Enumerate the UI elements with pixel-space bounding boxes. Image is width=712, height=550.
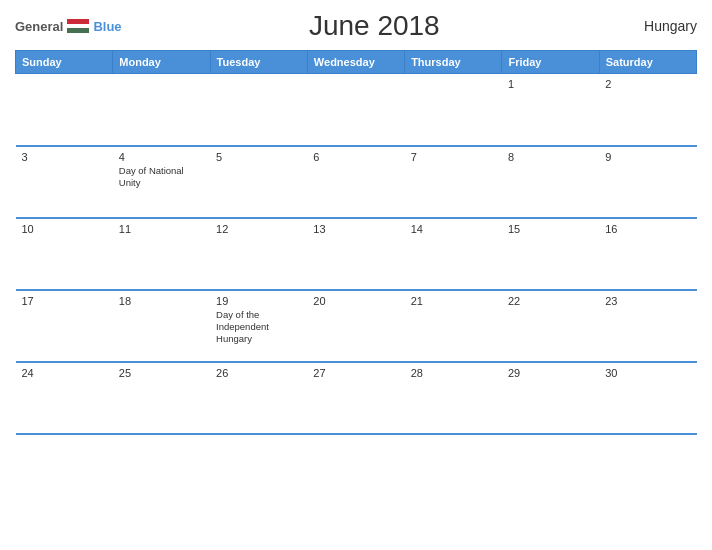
day-number: 27 (313, 367, 398, 379)
day-number: 5 (216, 151, 301, 163)
day-number: 22 (508, 295, 593, 307)
day-number: 30 (605, 367, 690, 379)
calendar-header: Sunday Monday Tuesday Wednesday Thursday… (16, 51, 697, 74)
col-thursday: Thursday (405, 51, 502, 74)
logo-general-text: General (15, 19, 63, 34)
calendar-table: Sunday Monday Tuesday Wednesday Thursday… (15, 50, 697, 435)
col-tuesday: Tuesday (210, 51, 307, 74)
day-number: 19 (216, 295, 301, 307)
calendar-cell: 2 (599, 74, 696, 146)
calendar-cell: 26 (210, 362, 307, 434)
calendar-cell: 20 (307, 290, 404, 362)
calendar-cell: 22 (502, 290, 599, 362)
day-number: 1 (508, 78, 593, 90)
page-header: General Blue June 2018 Hungary (15, 10, 697, 42)
day-number: 4 (119, 151, 204, 163)
day-number: 29 (508, 367, 593, 379)
day-number: 3 (22, 151, 107, 163)
calendar-cell: 29 (502, 362, 599, 434)
calendar-cell: 13 (307, 218, 404, 290)
calendar-cell: 28 (405, 362, 502, 434)
calendar-cell: 15 (502, 218, 599, 290)
week-row: 24252627282930 (16, 362, 697, 434)
calendar-cell: 7 (405, 146, 502, 218)
day-number: 8 (508, 151, 593, 163)
day-number: 24 (22, 367, 107, 379)
calendar-cell: 23 (599, 290, 696, 362)
weekday-row: Sunday Monday Tuesday Wednesday Thursday… (16, 51, 697, 74)
country-label: Hungary (627, 18, 697, 34)
calendar-cell: 10 (16, 218, 113, 290)
event-label: Day of the Independent Hungary (216, 309, 301, 346)
calendar-cell (210, 74, 307, 146)
calendar-cell: 11 (113, 218, 210, 290)
day-number: 16 (605, 223, 690, 235)
logo: General Blue (15, 19, 122, 34)
week-row: 34Day of National Unity56789 (16, 146, 697, 218)
day-number: 20 (313, 295, 398, 307)
calendar-cell: 5 (210, 146, 307, 218)
calendar-cell (405, 74, 502, 146)
col-saturday: Saturday (599, 51, 696, 74)
day-number: 9 (605, 151, 690, 163)
day-number: 11 (119, 223, 204, 235)
day-number: 6 (313, 151, 398, 163)
calendar-cell: 25 (113, 362, 210, 434)
day-number: 14 (411, 223, 496, 235)
day-number: 15 (508, 223, 593, 235)
calendar-cell: 1 (502, 74, 599, 146)
flag-icon (67, 19, 89, 33)
week-row: 10111213141516 (16, 218, 697, 290)
calendar-cell: 17 (16, 290, 113, 362)
calendar-page: General Blue June 2018 Hungary Sunday Mo… (0, 0, 712, 550)
day-number: 28 (411, 367, 496, 379)
day-number: 12 (216, 223, 301, 235)
day-number: 2 (605, 78, 690, 90)
calendar-cell: 8 (502, 146, 599, 218)
calendar-cell: 30 (599, 362, 696, 434)
col-friday: Friday (502, 51, 599, 74)
calendar-cell: 14 (405, 218, 502, 290)
day-number: 23 (605, 295, 690, 307)
calendar-cell: 21 (405, 290, 502, 362)
calendar-cell: 12 (210, 218, 307, 290)
calendar-cell: 6 (307, 146, 404, 218)
week-row: 171819Day of the Independent Hungary2021… (16, 290, 697, 362)
calendar-cell: 24 (16, 362, 113, 434)
col-wednesday: Wednesday (307, 51, 404, 74)
day-number: 18 (119, 295, 204, 307)
calendar-cell: 9 (599, 146, 696, 218)
day-number: 26 (216, 367, 301, 379)
calendar-cell: 4Day of National Unity (113, 146, 210, 218)
calendar-cell: 18 (113, 290, 210, 362)
calendar-cell: 3 (16, 146, 113, 218)
calendar-cell (113, 74, 210, 146)
calendar-cell: 19Day of the Independent Hungary (210, 290, 307, 362)
calendar-cell (307, 74, 404, 146)
day-number: 17 (22, 295, 107, 307)
day-number: 25 (119, 367, 204, 379)
calendar-cell: 27 (307, 362, 404, 434)
logo-blue-text: Blue (93, 19, 121, 34)
day-number: 7 (411, 151, 496, 163)
week-row: 12 (16, 74, 697, 146)
event-label: Day of National Unity (119, 165, 204, 190)
calendar-cell: 16 (599, 218, 696, 290)
calendar-cell (16, 74, 113, 146)
calendar-title: June 2018 (122, 10, 627, 42)
day-number: 13 (313, 223, 398, 235)
day-number: 10 (22, 223, 107, 235)
calendar-body: 1234Day of National Unity567891011121314… (16, 74, 697, 434)
col-monday: Monday (113, 51, 210, 74)
col-sunday: Sunday (16, 51, 113, 74)
day-number: 21 (411, 295, 496, 307)
